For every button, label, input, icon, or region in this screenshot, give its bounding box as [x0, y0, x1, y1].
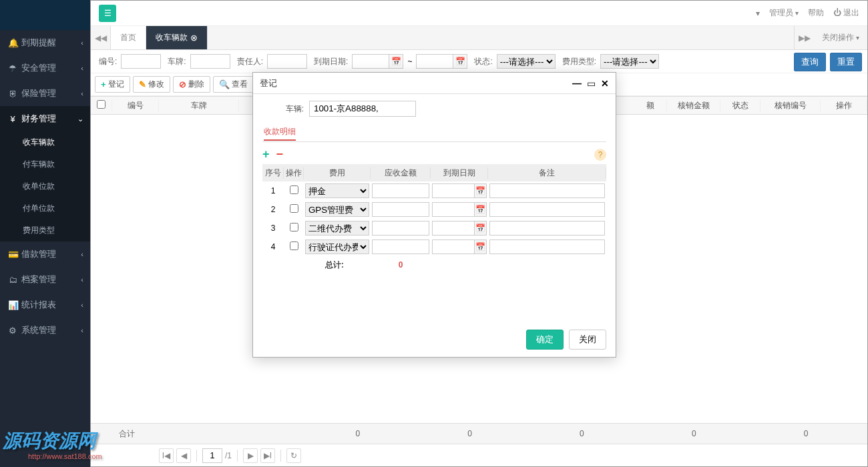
col-code[interactable]: 编号 — [112, 100, 159, 111]
detail-remove-button[interactable]: − — [276, 147, 284, 161]
cancel-button[interactable]: 关闭 — [569, 330, 606, 350]
sidebar-item[interactable]: ☂安全管理‹ — [0, 55, 90, 81]
date-picker-button[interactable]: 📅 — [474, 202, 487, 217]
note-input[interactable] — [489, 240, 605, 254]
view-button[interactable]: 🔍查看 — [213, 76, 254, 93]
col-op: 操作 — [284, 167, 304, 179]
summary-val-3: 0 — [525, 429, 638, 438]
status-label: 状态: — [474, 56, 492, 67]
dropdown-caret[interactable]: ▾ — [756, 9, 760, 18]
minimize-button[interactable]: — — [572, 78, 582, 89]
date-picker-button[interactable]: 📅 — [474, 183, 487, 198]
sidebar-item-label: 财务管理 — [21, 113, 56, 125]
edit-button[interactable]: ✎修改 — [133, 76, 170, 93]
row-checkbox[interactable] — [290, 242, 298, 250]
search-button[interactable]: 查询 — [794, 53, 826, 71]
code-input[interactable] — [121, 54, 161, 69]
fee-select[interactable]: GPS管理费 — [305, 202, 369, 217]
sidebar-item[interactable]: ⛨保险管理‹ — [0, 81, 90, 106]
date-to-button[interactable]: 📅 — [453, 54, 467, 69]
row-checkbox[interactable] — [290, 185, 298, 194]
amount-input[interactable] — [372, 221, 429, 236]
pager-last[interactable]: ▶I — [260, 448, 275, 463]
pager-prev[interactable]: ◀ — [176, 448, 191, 463]
sidebar-sub-item[interactable]: 收车辆款 — [0, 131, 90, 153]
date-picker-button[interactable]: 📅 — [474, 240, 487, 254]
fee-select[interactable]: 行驶证代办费 — [305, 240, 369, 254]
sidebar-item[interactable]: 🗂档案管理‹ — [0, 267, 90, 292]
modal-header[interactable]: 登记 — ▭ ✕ — [253, 73, 616, 94]
pager-first[interactable]: I◀ — [159, 448, 174, 463]
date-from-input[interactable] — [352, 54, 389, 69]
sidebar-item[interactable]: 📊统计报表‹ — [0, 292, 90, 318]
hamburger-button[interactable]: ☰ — [99, 5, 116, 22]
admin-menu[interactable]: 管理员 — [769, 7, 799, 19]
sidebar-item-label: 到期提醒 — [21, 37, 56, 49]
col-status[interactable]: 状态 — [720, 100, 761, 111]
pager-refresh[interactable]: ↻ — [286, 448, 301, 463]
tab-home[interactable]: 首页 — [111, 26, 146, 49]
owner-input[interactable] — [267, 54, 307, 69]
tabs-scroll-right[interactable]: ▶▶ — [794, 26, 814, 49]
col-plate[interactable]: 车牌 — [159, 100, 239, 111]
add-button[interactable]: +登记 — [95, 76, 130, 93]
col-amount[interactable]: 额 — [634, 100, 667, 111]
detail-help-button[interactable]: ? — [594, 149, 606, 161]
close-icon[interactable]: ⊗ — [190, 33, 198, 43]
amount-input[interactable] — [372, 183, 429, 198]
delete-button[interactable]: ⊘删除 — [173, 76, 210, 93]
note-input[interactable] — [489, 221, 605, 236]
sidebar-sub-item[interactable]: 收单位款 — [0, 175, 90, 197]
sidebar-sub-item[interactable]: 付车辆款 — [0, 153, 90, 175]
reset-button[interactable]: 重置 — [830, 53, 862, 71]
note-input[interactable] — [489, 202, 605, 217]
sidebar-item[interactable]: ¥财务管理⌄ — [0, 106, 90, 131]
date-from-button[interactable]: 📅 — [389, 54, 403, 69]
col-ops[interactable]: 操作 — [821, 100, 867, 111]
chevron-left-icon: ‹ — [81, 301, 83, 309]
vehicle-input[interactable] — [309, 101, 416, 117]
due-date-input[interactable] — [432, 221, 474, 236]
row-checkbox[interactable] — [290, 204, 298, 213]
sidebar-sub-item[interactable]: 付单位款 — [0, 197, 90, 219]
chevron-down-icon: ⌄ — [77, 115, 83, 123]
row-checkbox[interactable] — [290, 223, 298, 231]
maximize-button[interactable]: ▭ — [587, 78, 596, 89]
sidebar-item[interactable]: 💳借款管理‹ — [0, 242, 90, 267]
select-all-checkbox[interactable] — [97, 100, 105, 109]
next-icon: ▶ — [248, 451, 254, 460]
ok-button[interactable]: 确定 — [526, 330, 564, 350]
date-to-input[interactable] — [416, 54, 453, 69]
due-date-input[interactable] — [432, 240, 474, 254]
date-picker-button[interactable]: 📅 — [474, 221, 487, 236]
help-link[interactable]: 帮助 — [808, 7, 824, 19]
page-input[interactable] — [202, 448, 222, 463]
col-ver-code[interactable]: 核销编号 — [761, 100, 821, 111]
status-select[interactable]: ---请选择--- — [497, 54, 556, 69]
feetype-select[interactable]: ---请选择--- — [600, 54, 659, 69]
logout-link[interactable]: ⏻ 退出 — [833, 7, 859, 19]
sidebar-item-label: 统计报表 — [21, 299, 56, 311]
due-date-input[interactable] — [432, 202, 474, 217]
plate-input[interactable] — [190, 54, 230, 69]
amount-input[interactable] — [372, 240, 429, 254]
detail-add-button[interactable]: + — [262, 147, 270, 161]
tab-active[interactable]: 收车辆款 ⊗ — [146, 26, 208, 49]
due-label: 到期日期: — [314, 56, 348, 67]
modal-close-button[interactable]: ✕ — [601, 78, 609, 89]
col-ver-amount[interactable]: 核销金额 — [667, 100, 720, 111]
menu: 🔔到期提醒‹☂安全管理‹⛨保险管理‹¥财务管理⌄收车辆款付车辆款收单位款付单位款… — [0, 30, 90, 467]
pager-next[interactable]: ▶ — [243, 448, 258, 463]
fee-select[interactable]: 押金 — [305, 183, 369, 198]
menu-icon: ☰ — [104, 9, 112, 18]
amount-input[interactable] — [372, 202, 429, 217]
search-icon: 🔍 — [219, 79, 230, 89]
tabs-close-menu[interactable]: 关闭操作 — [814, 26, 867, 49]
fee-select[interactable]: 二维代办费 — [305, 221, 369, 236]
tabs-scroll-left[interactable]: ◀◀ — [91, 26, 111, 49]
sidebar-sub-item[interactable]: 费用类型 — [0, 219, 90, 242]
sidebar-item[interactable]: ⚙系统管理‹ — [0, 318, 90, 343]
sidebar-item[interactable]: 🔔到期提醒‹ — [0, 30, 90, 55]
note-input[interactable] — [489, 183, 605, 198]
due-date-input[interactable] — [432, 183, 474, 198]
